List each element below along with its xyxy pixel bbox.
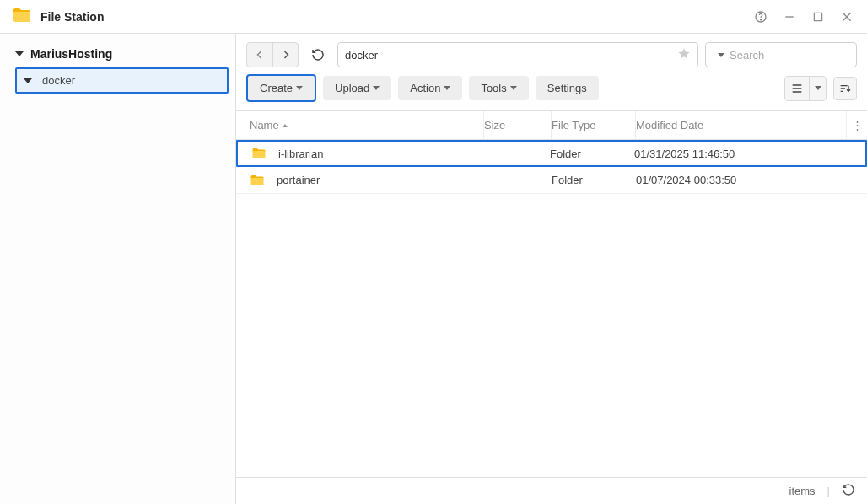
close-icon[interactable]	[838, 8, 855, 25]
svg-rect-2	[785, 16, 793, 17]
chevron-down-icon	[510, 86, 517, 90]
forward-button[interactable]	[272, 43, 298, 67]
window-controls	[752, 8, 855, 25]
sidebar: MariusHosting docker	[0, 34, 236, 504]
status-items: items	[789, 485, 816, 497]
chevron-down-icon	[373, 86, 380, 90]
table-header: Name Size File Type Modified Date ⋮	[236, 111, 867, 140]
folder-icon	[251, 146, 267, 161]
minimize-icon[interactable]	[781, 8, 798, 25]
view-buttons	[784, 76, 827, 101]
back-button[interactable]	[247, 43, 272, 67]
tools-label: Tools	[481, 82, 506, 94]
tree-root[interactable]: MariusHosting	[3, 44, 232, 64]
nav-buttons	[246, 42, 299, 67]
title-bar: File Station	[0, 0, 867, 34]
path-input[interactable]	[337, 42, 698, 67]
table-row[interactable]: portainerFolder01/07/2024 00:33:50	[236, 167, 867, 194]
tree-child-label: docker	[42, 74, 75, 87]
file-table: Name Size File Type Modified Date ⋮ i-li…	[236, 110, 867, 477]
view-dropdown-button[interactable]	[809, 77, 826, 100]
tools-button[interactable]: Tools	[469, 76, 528, 100]
col-header-date[interactable]: Modified Date	[636, 111, 847, 139]
status-bar: items |	[236, 477, 867, 504]
status-reload-button[interactable]	[842, 483, 855, 499]
row-name: i-librarian	[278, 147, 323, 160]
action-button[interactable]: Action	[398, 76, 462, 100]
chevron-down-icon	[296, 86, 303, 90]
col-header-name[interactable]: Name	[236, 111, 484, 139]
svg-point-1	[760, 19, 761, 19]
settings-button[interactable]: Settings	[536, 76, 599, 100]
row-type: Folder	[552, 174, 636, 186]
svg-rect-3	[814, 13, 821, 20]
path-field[interactable]	[345, 49, 677, 62]
search-field[interactable]	[730, 49, 867, 62]
col-header-type[interactable]: File Type	[552, 111, 636, 139]
table-row[interactable]: i-librarianFolder01/31/2025 11:46:50	[236, 140, 867, 167]
chevron-down-icon	[444, 86, 450, 90]
row-date: 01/31/2025 11:46:50	[634, 147, 845, 160]
row-date: 01/07/2024 00:33:50	[636, 174, 847, 186]
caret-down-icon	[15, 51, 24, 56]
row-name: portainer	[277, 174, 320, 186]
settings-label: Settings	[547, 82, 587, 94]
column-menu-icon[interactable]: ⋮	[847, 111, 867, 139]
app-folder-icon	[12, 5, 32, 28]
upload-button[interactable]: Upload	[323, 76, 391, 100]
upload-label: Upload	[335, 82, 369, 94]
list-view-button[interactable]	[785, 77, 809, 100]
folder-icon	[250, 173, 265, 188]
toolbar: Create Upload Action Tools Settings	[236, 72, 867, 110]
tree-root-label: MariusHosting	[30, 47, 112, 61]
help-icon[interactable]	[752, 8, 769, 25]
favorite-icon[interactable]	[677, 47, 691, 63]
sort-button[interactable]	[833, 77, 857, 100]
chevron-down-icon[interactable]	[718, 53, 724, 57]
create-button[interactable]: Create	[246, 74, 316, 102]
chevron-down-icon	[815, 86, 821, 90]
maximize-icon[interactable]	[810, 8, 827, 25]
tree-child-docker[interactable]: docker	[15, 67, 229, 94]
caret-down-icon	[24, 78, 32, 83]
search-box[interactable]	[705, 42, 857, 67]
nav-row	[236, 34, 867, 72]
row-type: Folder	[550, 147, 634, 160]
reload-button[interactable]	[305, 43, 331, 67]
app-title: File Station	[40, 10, 104, 24]
sort-asc-icon	[283, 124, 288, 127]
create-label: Create	[260, 82, 293, 94]
col-header-size[interactable]: Size	[484, 111, 552, 139]
action-label: Action	[410, 82, 440, 94]
